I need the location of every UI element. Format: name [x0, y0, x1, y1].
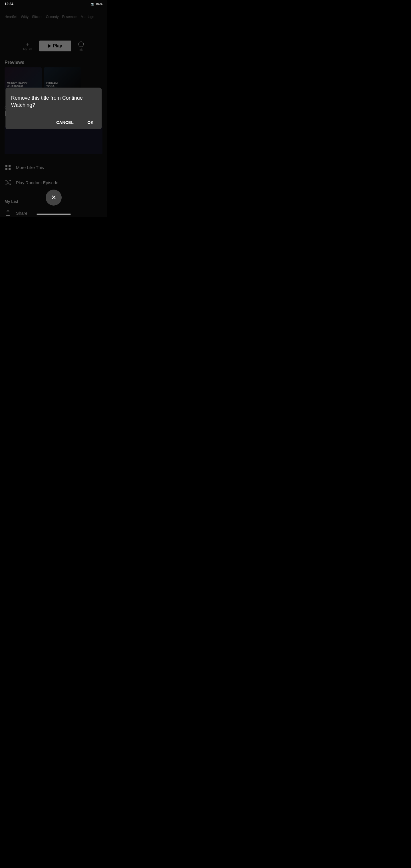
status-icons: 📷 84%	[91, 2, 102, 6]
cancel-button[interactable]: CANCEL	[54, 119, 76, 126]
dialog-message: Remove this title from Continue Watching…	[11, 94, 96, 109]
battery-icon: 84%	[96, 2, 102, 6]
dialog-buttons: CANCEL OK	[11, 116, 96, 129]
close-button[interactable]: ✕	[46, 190, 62, 206]
close-icon: ✕	[51, 194, 56, 201]
dialog: Remove this title from Continue Watching…	[5, 88, 102, 129]
data-signal: 📷	[91, 2, 94, 6]
ok-button[interactable]: OK	[85, 119, 96, 126]
home-bar	[36, 214, 71, 215]
status-bar: 12:34 📷 84%	[0, 0, 107, 8]
status-time: 12:34	[5, 2, 13, 6]
